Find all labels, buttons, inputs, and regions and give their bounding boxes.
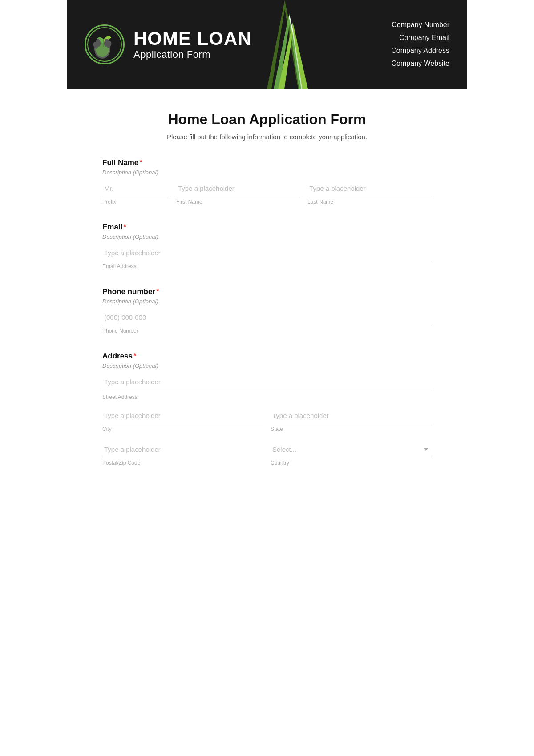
email-section: Email* Description (Optional) Email Addr… [102,223,432,269]
address-label: Address* [102,352,432,361]
postal-col: Postal/Zip Code [102,441,263,466]
country-select[interactable]: Select... United States United Kingdom A… [271,441,432,458]
country-select-wrapper: Select... United States United Kingdom A… [271,441,432,458]
street-address-input[interactable] [102,374,432,390]
phone-section: Phone number* Description (Optional) Pho… [102,287,432,334]
required-star-phone: * [156,287,159,296]
postal-input[interactable] [102,441,263,458]
postal-country-row: Postal/Zip Code Select... United States … [102,441,432,466]
email-label: Email* [102,223,432,232]
last-name-sublabel: Last Name [307,199,432,205]
address-description: Description (Optional) [102,362,432,369]
last-name-col: Last Name [307,180,432,205]
full-name-section: Full Name* Description (Optional) Prefix… [102,158,432,205]
country-sublabel: Country [271,460,432,466]
phone-input[interactable] [102,309,432,326]
city-state-row: City State [102,407,432,439]
form-page-title: Home Loan Application Form [102,111,432,128]
header-decoration [240,0,329,89]
state-input[interactable] [271,407,432,424]
header-main-title: HOME LOAN [134,28,252,49]
address-section: Address* Description (Optional) Street A… [102,352,432,466]
city-input[interactable] [102,407,263,424]
state-col: State [271,407,432,439]
city-col: City [102,407,263,439]
postal-sublabel: Postal/Zip Code [102,460,263,466]
email-description: Description (Optional) [102,233,432,240]
site-header: HOME LOAN Application Form Company Numbe… [67,0,467,89]
company-logo [85,24,125,64]
header-sub-title: Application Form [134,49,252,60]
prefix-sublabel: Prefix [102,199,169,205]
email-sublabel: Email Address [102,263,432,269]
company-email-label: Company Email [391,32,449,44]
required-star-address: * [134,352,137,360]
street-sublabel: Street Address [102,394,432,400]
form-container: Home Loan Application Form Please fill o… [67,89,467,511]
phone-sublabel: Phone Number [102,328,432,334]
state-sublabel: State [271,426,432,432]
company-website-label: Company Website [391,57,449,70]
city-sublabel: City [102,426,263,432]
company-address-label: Company Address [391,44,449,57]
prefix-input[interactable] [102,180,169,197]
first-name-input[interactable] [176,180,300,197]
phone-label: Phone number* [102,287,432,296]
full-name-description: Description (Optional) [102,169,432,176]
last-name-input[interactable] [307,180,432,197]
required-star-email: * [123,223,126,231]
prefix-col: Prefix [102,180,169,205]
company-info: Company Number Company Email Company Add… [391,19,449,70]
phone-description: Description (Optional) [102,298,432,305]
first-name-col: First Name [176,180,300,205]
form-page-subtitle: Please fill out the following informatio… [102,133,432,141]
country-col: Select... United States United Kingdom A… [271,441,432,466]
header-title-block: HOME LOAN Application Form [134,28,252,60]
company-number-label: Company Number [391,19,449,32]
email-input[interactable] [102,245,432,261]
full-name-label: Full Name* [102,158,432,167]
full-name-input-row: Prefix First Name Last Name [102,180,432,205]
header-left: HOME LOAN Application Form [85,24,252,64]
first-name-sublabel: First Name [176,199,300,205]
required-star: * [139,158,142,167]
